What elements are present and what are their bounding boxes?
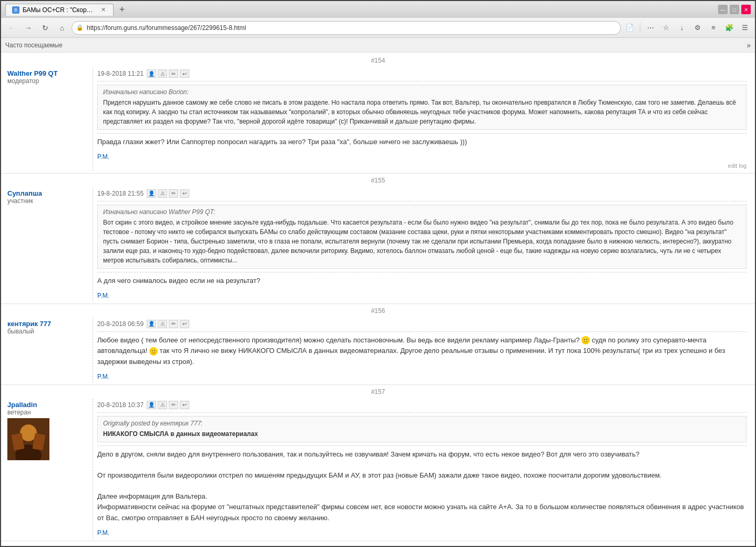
reader-view-button[interactable]: 📄: [623, 21, 637, 35]
pocket-button[interactable]: ⋯: [643, 21, 657, 35]
quote-text-154: Придется нарушить данное самому же себе …: [103, 98, 741, 126]
close-button[interactable]: ✕: [741, 5, 751, 14]
new-tab-button[interactable]: +: [116, 3, 128, 16]
avatar-157: [7, 418, 49, 460]
tab-close-button[interactable]: ✕: [99, 6, 107, 14]
post-content-154: 19-8-2018 11:21 👤 ⚠ ✏ ↩ Изначально напис…: [93, 67, 751, 171]
post-sidebar-157: Jpalladin ветеран: [3, 399, 93, 539]
divider-156: [97, 331, 747, 332]
warn-icon-155[interactable]: ⚠: [158, 189, 167, 198]
divider-157: [97, 412, 747, 413]
bookmark-button[interactable]: ☆: [659, 21, 673, 35]
bookmarks-label: Часто посещаемые: [5, 42, 63, 49]
profile-icon-155[interactable]: 👤: [147, 189, 156, 198]
url-text: https://forum.guns.ru/forummessage/267/2…: [87, 24, 616, 32]
post-content-157: 20-8-2018 10:37 👤 ⚠ ✏ ↩ Originally poste…: [93, 399, 751, 539]
post-date-156: 20-8-2018 06:59: [97, 320, 144, 328]
post-meta-155: 19-8-2018 21:55 👤 ⚠ ✏ ↩: [97, 189, 747, 198]
post-154: #154 Walther P99 QT модератор 19-8-2018 …: [1, 55, 755, 174]
post-meta-157: 20-8-2018 10:37 👤 ⚠ ✏ ↩: [97, 401, 747, 409]
quote-text-157: НИКАКОГО СМЫСЛА в данных видеоматериалах: [103, 429, 741, 439]
author-rank-154: модератор: [7, 77, 88, 85]
settings-button[interactable]: ⚙: [691, 21, 704, 35]
post-sidebar-156: кентярик 777 бывалый: [3, 318, 93, 382]
post-157: #157 Jpalladin ветеран: [1, 386, 755, 541]
quote-block-154: Изначально написано Borion: Придется нар…: [97, 85, 747, 130]
browser-window: B БАМы ОС+СR : "Скорпион" ✕ + — □ ✕ ← → …: [0, 0, 756, 547]
post-date-154: 19-8-2018 11:21: [97, 70, 144, 77]
post-date-157: 20-8-2018 10:37: [97, 401, 144, 409]
pm-link-154[interactable]: P.M.: [97, 153, 109, 160]
edit-log-154[interactable]: edit log: [97, 163, 747, 169]
browser-tab[interactable]: B БАМы ОС+СR : "Скорпион" ✕: [5, 4, 114, 16]
navigation-bar: ← → ↻ ⌂ 🔒 https://forum.guns.ru/forummes…: [1, 18, 755, 38]
post-body-155: Суплапша участник 19-8-2018 21:55 👤 ⚠ ✏ …: [1, 185, 755, 303]
downloads-button[interactable]: ↓: [675, 21, 689, 35]
quote-text-155: Вот скрин с этого видео, и стройкое мнен…: [103, 218, 741, 265]
pm-link-156[interactable]: P.M.: [97, 373, 109, 380]
minimize-button[interactable]: —: [718, 5, 728, 14]
post-meta-154: 19-8-2018 11:21 👤 ⚠ ✏ ↩: [97, 69, 747, 78]
author-rank-155: участник: [7, 197, 88, 205]
smiley-icon-1: 🙂: [581, 336, 590, 345]
warn-icon-154[interactable]: ⚠: [158, 69, 167, 78]
profile-icon-154[interactable]: 👤: [147, 69, 156, 78]
post-content-156: 20-8-2018 06:59 👤 ⚠ ✏ ↩ Любое видео ( те…: [93, 318, 751, 382]
post-body-154: Walther P99 QT модератор 19-8-2018 11:21…: [1, 65, 755, 173]
quote-icon-156[interactable]: ↩: [180, 320, 189, 328]
post-number-155: #155: [1, 175, 755, 185]
post-body-156: кентярик 777 бывалый 20-8-2018 06:59 👤 ⚠…: [1, 316, 755, 384]
quote-label-157: Originally posted by кентярик 777:: [103, 420, 741, 427]
post-156: #156 кентярик 777 бывалый 20-8-2018 06:5…: [1, 305, 755, 385]
author-name-154[interactable]: Walther P99 QT: [7, 69, 88, 77]
menu-button[interactable]: ☰: [738, 21, 752, 35]
divider2-157: [97, 445, 747, 446]
nav-action-icons: 📄 ⋯ ☆ ↓ ⚙ ≡ 🧩 ☰: [623, 21, 752, 35]
post-action-icons-155: 👤 ⚠ ✏ ↩: [147, 189, 189, 198]
post-date-155: 19-8-2018 21:55: [97, 190, 144, 197]
post-sidebar-154: Walther P99 QT модератор: [3, 67, 93, 171]
edit-icon-157[interactable]: ✏: [169, 401, 178, 409]
divider2-154: [97, 133, 747, 134]
bookmarks-bar: Часто посещаемые »: [1, 38, 755, 53]
library-button[interactable]: ≡: [707, 21, 720, 35]
post-text3-157: Далее информация для Вальтера.Информатив…: [97, 491, 747, 524]
quote-block-155: Изначально написано Walther P99 QT: Вот …: [97, 205, 747, 269]
post-number-154: #154: [1, 55, 755, 65]
pm-link-157[interactable]: P.M.: [97, 529, 109, 536]
address-bar[interactable]: 🔒 https://forum.guns.ru/forummessage/267…: [71, 21, 621, 35]
security-lock-icon: 🔒: [76, 24, 84, 31]
back-button[interactable]: ←: [4, 21, 19, 35]
edit-icon-156[interactable]: ✏: [169, 320, 178, 328]
extensions-button[interactable]: 🧩: [722, 21, 736, 35]
quote-icon-154[interactable]: ↩: [180, 69, 189, 78]
profile-icon-157[interactable]: 👤: [147, 401, 156, 409]
maximize-button[interactable]: □: [730, 5, 739, 14]
post-text1-157: Дело в другом, сняли видео для внутренне…: [97, 449, 747, 460]
quote-label-155: Изначально написано Walther P99 QT:: [103, 208, 741, 216]
tab-title: БАМы ОС+СR : "Скорпион": [23, 6, 96, 14]
edit-icon-155[interactable]: ✏: [169, 189, 178, 198]
quote-icon-155[interactable]: ↩: [180, 189, 189, 198]
post-number-157: #157: [1, 386, 755, 397]
quote-icon-157[interactable]: ↩: [180, 401, 189, 409]
author-name-155[interactable]: Суплапша: [7, 189, 88, 197]
forward-button[interactable]: →: [21, 21, 36, 35]
home-button[interactable]: ⌂: [55, 21, 69, 35]
post-action-icons-154: 👤 ⚠ ✏ ↩: [147, 69, 189, 78]
author-rank-156: бывалый: [7, 328, 88, 335]
warn-icon-156[interactable]: ⚠: [158, 320, 167, 328]
warn-icon-157[interactable]: ⚠: [158, 401, 167, 409]
edit-icon-154[interactable]: ✏: [169, 69, 178, 78]
author-name-156[interactable]: кентярик 777: [7, 320, 88, 328]
refresh-button[interactable]: ↻: [38, 21, 53, 35]
pm-link-155[interactable]: P.M.: [97, 292, 109, 299]
bookmarks-expand-icon[interactable]: »: [747, 41, 751, 49]
quote-label-154: Изначально написано Borion:: [103, 88, 741, 96]
profile-icon-156[interactable]: 👤: [147, 320, 156, 328]
post-action-icons-156: 👤 ⚠ ✏ ↩: [147, 320, 189, 328]
page-content: #154 Walther P99 QT модератор 19-8-2018 …: [1, 53, 755, 546]
post-155: #155 Суплапша участник 19-8-2018 21:55 👤…: [1, 175, 755, 304]
post-meta-156: 20-8-2018 06:59 👤 ⚠ ✏ ↩: [97, 320, 747, 328]
author-name-157[interactable]: Jpalladin: [7, 401, 88, 409]
